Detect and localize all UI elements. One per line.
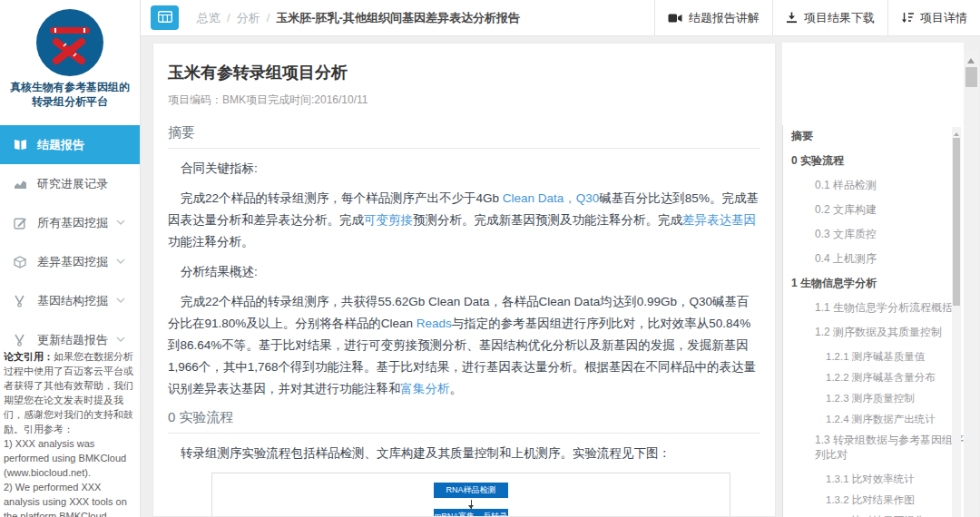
breadcrumb-link[interactable]: 分析: [237, 10, 260, 26]
toc-item[interactable]: 1.2 测序数据及其质量控制: [791, 325, 965, 339]
chevron-down-icon: [116, 298, 125, 303]
toc-item[interactable]: 1 生物信息学分析: [791, 276, 965, 290]
breadcrumb-separator: /: [267, 11, 270, 24]
flow-arrow-down-icon: [471, 500, 472, 509]
inline-link[interactable]: Reads: [416, 317, 452, 330]
menu-toggle-button[interactable]: [151, 5, 179, 30]
toc-item[interactable]: 0.1 样品检测: [791, 178, 965, 192]
sidebar-item-所有基因挖掘[interactable]: 所有基因挖掘: [0, 203, 140, 242]
section-divider: [168, 148, 760, 149]
toc-item[interactable]: 0.2 文库构建: [791, 202, 965, 217]
section-heading-abstract: 摘要: [168, 124, 760, 141]
action-button-结题报告讲解[interactable]: 结题报告讲解: [654, 0, 772, 35]
toc-item[interactable]: 1.2.3 测序质量控制: [791, 391, 965, 405]
chevron-down-icon: [116, 258, 125, 264]
topbar-actions: 结题报告讲解项目结果下载项目详情: [654, 0, 980, 35]
toc-item[interactable]: 1.3.3 比对结果可视化: [791, 513, 965, 517]
sidebar-item-label: 更新结题报告: [37, 332, 108, 348]
progress-chart-icon: [14, 177, 29, 190]
paragraph-text: 预测分析。完成新基因预测及功能注释分析。完成: [413, 213, 682, 227]
chevron-down-icon: [116, 337, 125, 342]
video-icon: [668, 13, 682, 24]
toc-item[interactable]: 1.3 转录组数据与参考基因组序列比对: [791, 433, 965, 462]
section-divider: [168, 433, 760, 434]
menu-toggle-icon: [158, 11, 172, 25]
action-button-label: 项目详情: [920, 10, 967, 26]
toc-item[interactable]: 1.2.1 测序碱基质量值: [791, 349, 965, 364]
toc-item[interactable]: 1.1 生物信息学分析流程概括: [791, 300, 965, 315]
toc-scrollbar-up-arrow-icon[interactable]: [954, 130, 959, 136]
sidebar-item-label: 所有基因挖掘: [37, 215, 108, 231]
abstract-paragraphs: 合同关键指标:完成22个样品的转录组测序，每个样品测序产出不少于4Gb Clea…: [168, 158, 760, 400]
branch-icon: [14, 294, 29, 307]
action-button-label: 项目结果下载: [804, 10, 875, 26]
breadcrumb-separator: /: [227, 11, 230, 24]
platform-logo: [36, 9, 103, 76]
sidebar-item-研究进展记录[interactable]: 研究进展记录: [0, 164, 140, 203]
breadcrumb-current: 玉米胚-胚乳-其他组织间基因差异表达分析报告: [276, 10, 520, 26]
chevron-down-icon: [116, 219, 125, 225]
paragraph-text: 功能注释分析。: [168, 235, 254, 249]
sidebar-item-label: 结题报告: [37, 137, 84, 153]
platform-name: 真核生物有参考基因组的 转录组分析平台: [0, 80, 140, 109]
report-content: 玉米有参转录组项目分析 项目编码：BMK项目完成时间:2016/10/11 摘要…: [152, 43, 776, 517]
app-window: 真核生物有参考基因组的 转录组分析平台 结题报告研究进展记录所有基因挖掘差异基因…: [0, 0, 980, 517]
sidebar-item-基因结构挖掘[interactable]: 基因结构挖掘: [0, 281, 140, 320]
report-paragraph: 合同关键指标:: [168, 158, 760, 180]
flow-step-box: RNA样品检测: [434, 483, 508, 498]
page-scrollbar-thumb[interactable]: [965, 67, 977, 87]
citation-text: 如果您在数据分析过程中使用了百迈客云平台或者获得了其他有效帮助，我们期望您在论文…: [4, 351, 133, 434]
experiment-flow-intro: 转录组测序实验流程包括样品检测、文库构建及其质量控制和上机测序。实验流程见下图：: [168, 443, 760, 464]
toc-item[interactable]: 0.4 上机测序: [791, 251, 965, 266]
breadcrumb-link[interactable]: 总览: [197, 10, 220, 26]
action-button-label: 结题报告讲解: [689, 10, 760, 26]
toc-item[interactable]: 1.3.1 比对效率统计: [791, 472, 965, 486]
toc-list: 摘要0 实验流程0.1 样品检测0.2 文库构建0.3 文库质控0.4 上机测序…: [791, 129, 965, 517]
toc-item[interactable]: 1.2.4 测序数据产出统计: [791, 412, 965, 426]
toc-scrollbar-thumb[interactable]: [953, 138, 960, 306]
sidebar-item-差异基因挖掘[interactable]: 差异基因挖掘: [0, 242, 140, 281]
branch-icon: [14, 333, 29, 346]
report-paragraph: 完成22个样品的转录组测序，共获得55.62Gb Clean Data，各样品C…: [168, 291, 760, 400]
paragraph-text: 分析结果概述:: [181, 265, 258, 278]
inline-link[interactable]: 差异表达基因: [682, 213, 756, 227]
topbar: 总览/分析/玉米胚-胚乳-其他组织间基因差异表达分析报告 结题报告讲解项目结果下…: [141, 0, 980, 36]
citation-note: 论文引用：如果您在数据分析过程中使用了百迈客云平台或者获得了其他有效帮助，我们期…: [4, 349, 136, 517]
toc-item[interactable]: 0 实验流程: [791, 153, 965, 168]
report-paragraph: 分析结果概述:: [168, 261, 760, 283]
report-meta: 项目编码：BMK项目完成时间:2016/10/11: [168, 93, 760, 108]
sidebar-item-label: 差异基因挖掘: [37, 254, 108, 270]
experiment-flowchart: RNA样品检测mRNA富集、反转录末端修复、3'加A连接接头PCR富集: [211, 473, 730, 517]
citation-label: 论文引用：: [4, 351, 54, 362]
toc-item[interactable]: 摘要: [791, 129, 965, 143]
report-paragraph: 完成22个样品的转录组测序，每个样品测序产出不少于4Gb Clean Data，…: [168, 188, 760, 253]
sidebar-item-结题报告[interactable]: 结题报告: [0, 125, 140, 164]
sidebar: 真核生物有参考基因组的 转录组分析平台 结题报告研究进展记录所有基因挖掘差异基因…: [0, 0, 141, 517]
action-button-项目详情[interactable]: 项目详情: [887, 0, 980, 35]
toc-item[interactable]: 1.2.2 测序碱基含量分布: [791, 370, 965, 385]
edit-icon: [14, 216, 29, 229]
detail-icon: [901, 12, 914, 24]
inline-link[interactable]: 富集分析: [401, 382, 450, 395]
logo-icon: [36, 9, 103, 76]
sidebar-menu: 结题报告研究进展记录所有基因挖掘差异基因挖掘基因结构挖掘更新结题报告: [0, 125, 140, 359]
page-scrollbar-up-arrow-icon[interactable]: [967, 54, 975, 63]
page-title: 玉米有参转录组项目分析: [168, 62, 760, 83]
sidebar-item-label: 研究进展记录: [37, 176, 108, 192]
paragraph-text: 完成22个样品的转录组测序，每个样品测序产出不少于4Gb: [181, 191, 503, 205]
toc-item[interactable]: 1.3.2 比对结果作图: [791, 493, 965, 507]
page-scrollbar[interactable]: [964, 50, 979, 517]
section-heading-experiment-flow: 0 实验流程: [168, 409, 760, 426]
toc-item[interactable]: 0.3 文库质控: [791, 227, 965, 241]
paragraph-text: 。: [450, 382, 463, 395]
inline-link[interactable]: Clean Data，Q30: [503, 191, 600, 205]
citation-ref-2: 2) We performed XXX analysis using XXX t…: [4, 480, 136, 517]
sidebar-item-label: 基因结构挖掘: [37, 293, 108, 309]
flowchart-steps: RNA样品检测mRNA富集、反转录末端修复、3'加A连接接头PCR富集: [212, 483, 730, 517]
inline-link[interactable]: 可变剪接: [364, 213, 413, 227]
download-icon: [786, 12, 798, 24]
book-icon: [14, 138, 29, 151]
action-button-项目结果下载[interactable]: 项目结果下载: [772, 0, 887, 35]
cube-icon: [14, 255, 29, 268]
paragraph-text: 合同关键指标:: [181, 161, 258, 175]
